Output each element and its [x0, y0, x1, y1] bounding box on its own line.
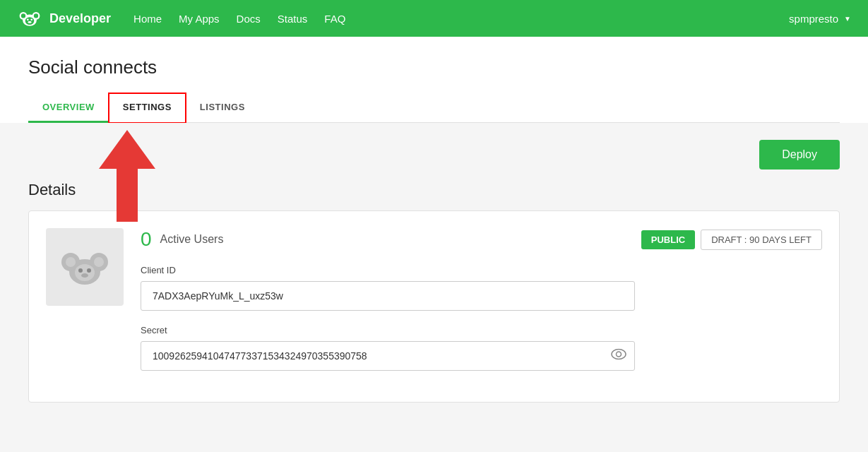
page-header: Social connects OVERVIEW SETTINGS LISTIN…	[0, 37, 868, 123]
client-id-group: Client ID	[141, 265, 822, 311]
details-card: 0 Active Users PUBLIC DRAFT : 90 DAYS LE…	[28, 210, 840, 403]
user-menu[interactable]: spmpresto ▼	[789, 13, 851, 25]
tab-settings[interactable]: SETTINGS	[109, 93, 186, 123]
svg-point-18	[81, 273, 88, 278]
app-info: 0 Active Users PUBLIC DRAFT : 90 DAYS LE…	[141, 228, 822, 385]
svg-marker-9	[99, 130, 155, 222]
active-users-row: 0 Active Users PUBLIC DRAFT : 90 DAYS LE…	[141, 228, 822, 251]
client-id-input[interactable]	[141, 281, 635, 311]
monkey-icon	[60, 242, 109, 292]
user-dropdown-icon: ▼	[844, 15, 851, 23]
badge-public: PUBLIC	[641, 230, 695, 249]
brand-logo-icon	[17, 8, 42, 28]
brand-name: Developer	[49, 11, 111, 26]
tabs: OVERVIEW SETTINGS LISTINGS	[28, 93, 840, 123]
nav-faq[interactable]: FAQ	[324, 13, 345, 25]
brand[interactable]: Developer	[17, 8, 111, 28]
page-title: Social connects	[28, 56, 840, 78]
svg-point-20	[617, 352, 622, 357]
svg-point-4	[21, 13, 25, 18]
arrow-annotation	[92, 130, 162, 222]
secret-input-wrapper	[141, 341, 635, 371]
svg-point-15	[94, 257, 104, 267]
navbar-links: Home My Apps Docs Status FAQ	[133, 13, 345, 25]
secret-group: Secret	[141, 325, 822, 371]
svg-point-17	[87, 268, 91, 273]
tab-overview[interactable]: OVERVIEW	[28, 93, 109, 123]
svg-point-19	[612, 350, 626, 359]
svg-point-6	[27, 18, 29, 20]
badge-draft: DRAFT : 90 DAYS LEFT	[701, 230, 822, 250]
deploy-button[interactable]: Deploy	[759, 140, 840, 170]
page-content: Social connects OVERVIEW SETTINGS LISTIN…	[0, 37, 868, 452]
main-area: Deploy Details	[0, 123, 868, 452]
nav-docs[interactable]: Docs	[237, 13, 261, 25]
app-icon	[46, 228, 124, 306]
svg-point-16	[78, 268, 83, 273]
nav-home[interactable]: Home	[133, 13, 162, 25]
svg-point-7	[30, 18, 32, 20]
secret-label: Secret	[141, 325, 822, 335]
navbar-left: Developer Home My Apps Docs Status FAQ	[17, 8, 345, 28]
active-users-label: Active Users	[160, 233, 224, 246]
active-users-count: 0	[141, 228, 152, 251]
status-badges: PUBLIC DRAFT : 90 DAYS LEFT	[641, 230, 822, 250]
svg-point-8	[28, 21, 31, 23]
svg-point-13	[75, 264, 95, 281]
eye-icon[interactable]	[611, 349, 626, 364]
svg-point-5	[34, 13, 38, 18]
tab-listings[interactable]: LISTINGS	[186, 93, 259, 123]
navbar: Developer Home My Apps Docs Status FAQ s…	[0, 0, 868, 37]
nav-my-apps[interactable]: My Apps	[179, 13, 220, 25]
username: spmpresto	[789, 13, 838, 25]
svg-point-3	[25, 17, 35, 25]
secret-input[interactable]	[141, 341, 635, 371]
red-arrow-icon	[99, 130, 155, 222]
svg-point-14	[66, 257, 76, 267]
client-id-label: Client ID	[141, 265, 822, 275]
nav-status[interactable]: Status	[278, 13, 308, 25]
